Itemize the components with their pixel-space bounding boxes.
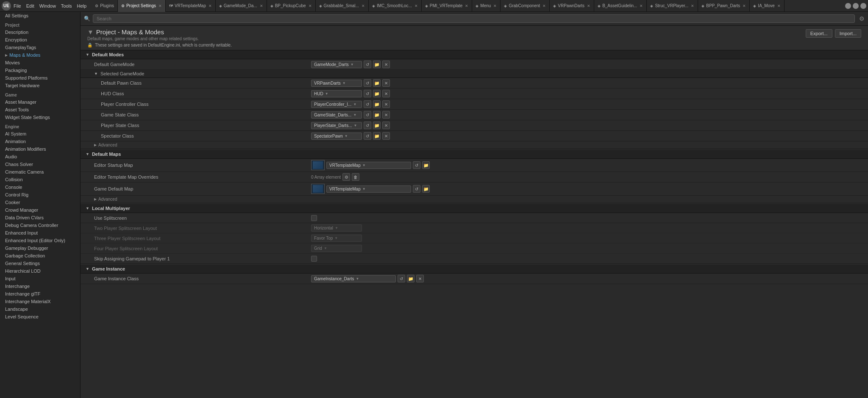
sidebar-item-landscape[interactable]: Landscape xyxy=(0,305,80,313)
section-header-game-instance[interactable]: ▼ Game Instance xyxy=(81,265,868,274)
menu-edit[interactable]: Edit xyxy=(26,3,34,8)
sidebar-item-collision[interactable]: Collision xyxy=(0,176,80,183)
sidebar-item-asset-tools[interactable]: Asset Tools xyxy=(0,106,80,113)
window-close[interactable] xyxy=(860,3,866,9)
prop-btn-gamemode-clear[interactable]: ✕ xyxy=(382,61,390,68)
prop-btn-game-instance-reset[interactable]: ↺ xyxy=(398,275,405,282)
prop-btn-editor-startup-browse[interactable]: 📁 xyxy=(422,161,430,169)
tab-close-imc[interactable]: ✕ xyxy=(415,4,418,8)
prop-btn-game-instance-clear[interactable]: ✕ xyxy=(416,275,424,282)
sidebar-item-level-sequence[interactable]: Level Sequence xyxy=(0,313,80,321)
prop-btn-player-state-reset[interactable]: ↺ xyxy=(364,122,371,129)
prop-btn-player-state-clear[interactable]: ✕ xyxy=(382,122,390,129)
tab-grabbable[interactable]: ◈ Grabbable_Smal... ✕ xyxy=(316,0,369,12)
sidebar-item-interchange-materialx[interactable]: Interchange MaterialX xyxy=(0,298,80,305)
tab-basset[interactable]: ◈ B_AssetGuidelin... ✕ xyxy=(594,0,647,12)
prop-btn-pawn-reset[interactable]: ↺ xyxy=(364,79,371,87)
advanced-row-gamemode[interactable]: ▶ Advanced xyxy=(81,141,868,149)
tab-close-grabbable[interactable]: ✕ xyxy=(362,4,365,8)
tab-close-gamemode[interactable]: ✕ xyxy=(260,4,263,8)
dropdown-player-controller-class[interactable]: PlayerController_I... ▼ xyxy=(311,101,362,108)
section-header-default-maps[interactable]: ▼ Default Maps xyxy=(81,150,868,159)
prop-btn-gamemode-reset[interactable]: ↺ xyxy=(364,61,371,68)
sidebar-item-control-rig[interactable]: Control Rig xyxy=(0,191,80,199)
dropdown-default-pawn-class[interactable]: VRPawnDarts ▼ xyxy=(311,80,362,87)
prop-btn-player-controller-clear[interactable]: ✕ xyxy=(382,100,390,108)
dropdown-two-player-splitscreen[interactable]: Horizontal ▼ xyxy=(311,224,362,232)
prop-btn-game-default-browse[interactable]: 📁 xyxy=(422,185,430,193)
sidebar-item-crowd-manager[interactable]: Crowd Manager xyxy=(0,206,80,214)
section-header-default-modes[interactable]: ▼ Default Modes xyxy=(81,50,868,59)
tab-struc[interactable]: ◈ Struc_VRPlayer... ✕ xyxy=(647,0,698,12)
sidebar-item-cinematic-camera[interactable]: Cinematic Camera xyxy=(0,168,80,176)
prop-btn-game-instance-browse[interactable]: 📁 xyxy=(407,275,415,282)
prop-btn-game-state-reset[interactable]: ↺ xyxy=(364,111,371,119)
dropdown-editor-startup-map[interactable]: VRTemplateMap ▼ xyxy=(326,162,411,169)
tab-project-settings[interactable]: ⚙ Project Settings ✕ xyxy=(118,0,166,12)
tab-vrtemplat emap[interactable]: 🗺 VRTemplateMap ✕ xyxy=(166,0,216,12)
tab-close-ia-move[interactable]: ✕ xyxy=(777,4,781,8)
settings-gear-icon[interactable]: ⚙ xyxy=(859,15,865,22)
dropdown-game-default-map[interactable]: VRTemplateMap ▼ xyxy=(326,185,411,193)
sidebar-item-supported-platforms[interactable]: Supported Platforms xyxy=(0,74,80,82)
sidebar-item-target-hardware[interactable]: Target Hardware xyxy=(0,82,80,89)
tab-close-project-settings[interactable]: ✕ xyxy=(159,4,162,8)
window-minimize[interactable] xyxy=(845,3,851,9)
sidebar-item-enhanced-input-editor-only[interactable]: Enhanced Input (Editor Only) xyxy=(0,237,80,244)
sidebar-item-interchange-gltf[interactable]: Interchange glTF xyxy=(0,290,80,298)
tab-menu[interactable]: ◈ Menu ✕ xyxy=(472,0,501,12)
checkbox-use-splitscreen[interactable] xyxy=(311,215,317,221)
prop-btn-pawn-browse[interactable]: 📁 xyxy=(373,79,381,87)
sidebar-item-gameplaytags[interactable]: GameplayTags xyxy=(0,44,80,51)
sidebar-item-animation[interactable]: Animation xyxy=(0,138,80,145)
sidebar-item-encryption[interactable]: Encryption xyxy=(0,36,80,44)
sidebar-item-console[interactable]: Console xyxy=(0,183,80,191)
tab-plugins[interactable]: ⚙ Plugins xyxy=(92,0,118,12)
prop-btn-hud-browse[interactable]: 📁 xyxy=(373,90,381,97)
sidebar-item-all-settings[interactable]: All Settings xyxy=(0,12,80,19)
sidebar-item-cooker[interactable]: Cooker xyxy=(0,199,80,206)
tab-ia-move[interactable]: ◈ IA_Move ✕ xyxy=(750,0,784,12)
dropdown-player-state-class[interactable]: PlayerState_Darts... ▼ xyxy=(311,122,362,129)
tab-grabcomponent[interactable]: ◈ GrabComponent ✕ xyxy=(501,0,550,12)
menu-window[interactable]: Window xyxy=(39,3,56,8)
dropdown-default-gamemode[interactable]: GameMode_Darts ▼ xyxy=(311,61,362,68)
tab-bp-pickupcube[interactable]: ◈ BP_PickupCube ✕ xyxy=(267,0,316,12)
sidebar-item-data-driven-cvars[interactable]: Data Driven CVars xyxy=(0,214,80,221)
prop-btn-game-state-clear[interactable]: ✕ xyxy=(382,111,390,119)
prop-btn-game-default-reset[interactable]: ↺ xyxy=(413,185,420,193)
tab-close-struc[interactable]: ✕ xyxy=(691,4,694,8)
sidebar-item-general-settings[interactable]: General Settings xyxy=(0,260,80,267)
sidebar-item-enhanced-input[interactable]: Enhanced Input xyxy=(0,229,80,237)
sidebar-item-widget-state-settings[interactable]: Widget State Settings xyxy=(0,113,80,121)
tab-pmi[interactable]: ◈ PMI_VRTemplate ✕ xyxy=(422,0,473,12)
prop-btn-player-controller-browse[interactable]: 📁 xyxy=(373,100,381,108)
dropdown-hud-class[interactable]: HUD ▼ xyxy=(311,90,362,97)
prop-btn-editor-startup-reset[interactable]: ↺ xyxy=(413,161,420,169)
tab-vrpawndarts[interactable]: ◈ VRPawnDarts ✕ xyxy=(550,0,594,12)
prop-btn-editor-template-settings[interactable]: ⚙ xyxy=(342,173,350,181)
prop-btn-spectator-reset[interactable]: ↺ xyxy=(364,132,371,140)
sidebar-item-packaging[interactable]: Packaging xyxy=(0,66,80,74)
prop-btn-pawn-clear[interactable]: ✕ xyxy=(382,79,390,87)
sub-section-header-selected-gamemode[interactable]: ▼ Selected GameMode xyxy=(81,70,868,78)
sidebar-item-garbage-collection[interactable]: Garbage Collection xyxy=(0,252,80,260)
tab-close-bp-pickupcube[interactable]: ✕ xyxy=(309,4,312,8)
sidebar-item-debug-camera-controller[interactable]: Debug Camera Controller xyxy=(0,221,80,229)
prop-btn-spectator-browse[interactable]: 📁 xyxy=(373,132,381,140)
tab-close-grabcomponent[interactable]: ✕ xyxy=(542,4,546,8)
tab-imc[interactable]: ◈ IMC_SmoothLoc... ✕ xyxy=(369,0,422,12)
menu-help[interactable]: Help xyxy=(77,3,87,8)
sidebar-item-audio[interactable]: Audio xyxy=(0,153,80,160)
sidebar-item-movies[interactable]: Movies xyxy=(0,59,80,66)
prop-btn-game-state-browse[interactable]: 📁 xyxy=(373,111,381,119)
tab-close-pmi[interactable]: ✕ xyxy=(465,4,468,8)
window-maximize[interactable] xyxy=(853,3,859,9)
sidebar-item-maps-modes[interactable]: Maps & Modes xyxy=(0,51,80,59)
sidebar-item-input[interactable]: Input xyxy=(0,275,80,282)
tab-close-bpp-pawn[interactable]: ✕ xyxy=(743,4,746,8)
tab-close-vrpawndarts[interactable]: ✕ xyxy=(587,4,590,8)
sidebar-item-interchange[interactable]: Interchange xyxy=(0,282,80,290)
prop-btn-spectator-clear[interactable]: ✕ xyxy=(382,132,390,140)
sidebar-item-asset-manager[interactable]: Asset Manager xyxy=(0,98,80,106)
